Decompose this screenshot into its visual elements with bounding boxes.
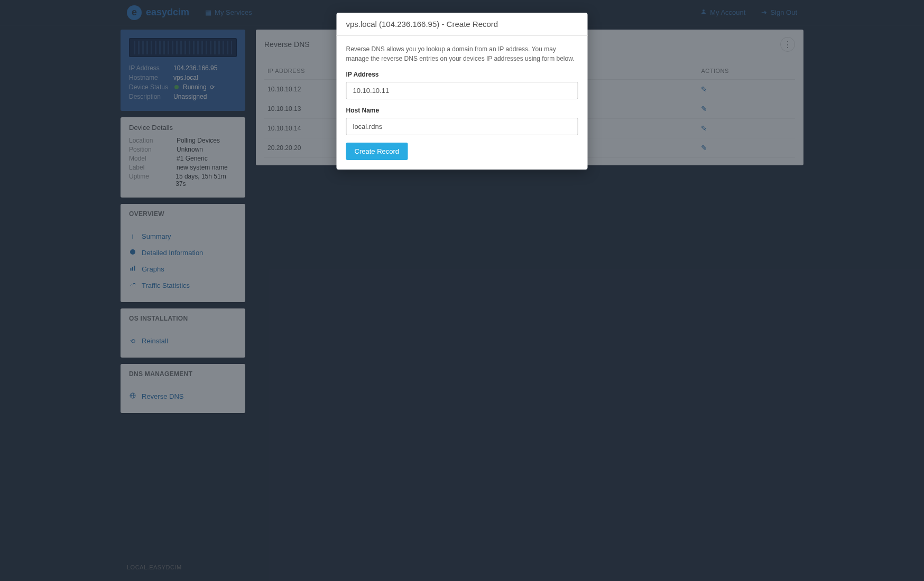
modal-body: Reverse DNS allows you yo lookup a domai… [337, 36, 588, 170]
host-label: Host Name [346, 107, 578, 114]
ip-address-input[interactable] [346, 82, 578, 99]
modal-header: vps.local (104.236.166.95) - Create Reco… [337, 13, 588, 36]
create-record-modal: vps.local (104.236.166.95) - Create Reco… [337, 13, 588, 170]
host-name-input[interactable] [346, 118, 578, 135]
create-record-button[interactable]: Create Record [346, 143, 408, 160]
modal-description: Reverse DNS allows you yo lookup a domai… [346, 44, 578, 63]
modal-title: vps.local (104.236.166.95) - Create Reco… [346, 20, 578, 29]
ip-label: IP Address [346, 71, 578, 78]
